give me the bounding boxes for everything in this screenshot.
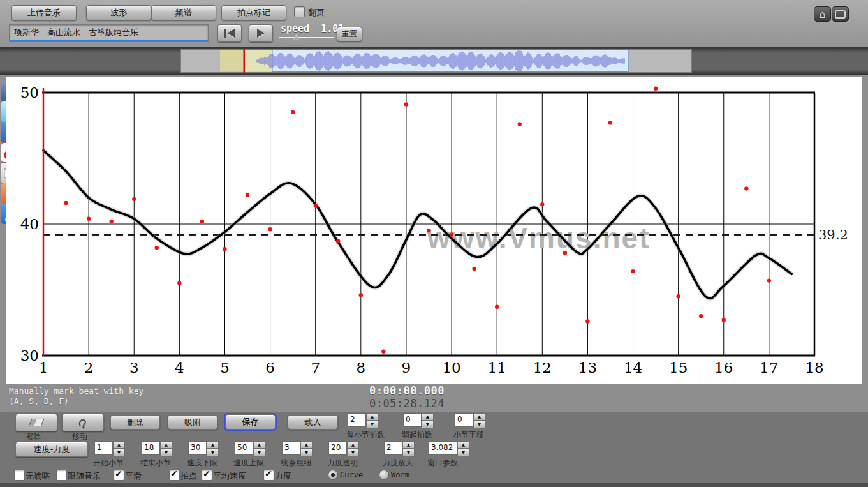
follow-music-checkbox[interactable]	[56, 470, 67, 481]
window-param-input[interactable]: 3.082	[429, 441, 457, 455]
tempo-max-label: 速度上限	[233, 458, 264, 468]
spinner-down-icon[interactable]	[402, 449, 415, 456]
delete-button[interactable]: 删除	[110, 415, 160, 430]
fullscreen-button[interactable]	[832, 6, 849, 22]
bottom-edge	[0, 483, 868, 487]
waveform-overview[interactable]	[180, 49, 692, 73]
spinner-down-icon[interactable]	[113, 449, 125, 456]
spinner-up-icon[interactable]	[422, 413, 434, 421]
beat-mark-button[interactable]: 拍点标记	[221, 5, 286, 20]
average-tempo-label: 平均速度	[213, 470, 246, 482]
wave-overview-band	[0, 47, 868, 75]
svg-text:14: 14	[624, 359, 642, 376]
snap-button[interactable]: 吸附	[168, 415, 217, 430]
move-curve-icon	[77, 416, 89, 429]
smooth-checkbox[interactable]	[114, 470, 124, 481]
worm-radio[interactable]	[379, 470, 389, 480]
pageturn-checkbox[interactable]	[294, 6, 305, 17]
spinner-down-icon[interactable]	[253, 449, 265, 456]
dyn-zoom-label: 力度放大	[383, 458, 413, 468]
track-title-text: 项斯华 - 高山流水 - 古筝版纯音乐	[14, 27, 138, 38]
spinner-down-icon[interactable]	[422, 421, 434, 428]
spinner-up-icon[interactable]	[366, 413, 378, 421]
spinner-up-icon[interactable]	[457, 441, 469, 449]
spinner-up-icon[interactable]	[160, 441, 172, 449]
spinner-down-icon[interactable]	[207, 449, 219, 456]
status-bar: Manually mark beat with key (A, S, D, F)…	[0, 384, 868, 412]
curve-radio-label: Curve	[340, 470, 363, 479]
tempo-chart[interactable]: www.Vmus.net1234567891011121314151617183…	[6, 77, 862, 384]
save-button[interactable]: 保存	[225, 414, 276, 430]
no-click-label: 无嘀嗒	[26, 470, 50, 482]
line-width-input[interactable]: 3	[282, 441, 300, 455]
eraser-icon	[29, 419, 45, 426]
time-display: 0:00:00.000 0:05:28.124	[342, 384, 445, 410]
time-current: 0:00:00.000	[342, 384, 445, 397]
upload-music-button[interactable]: 上传音乐	[11, 5, 77, 20]
spinner-down-icon[interactable]	[160, 449, 172, 456]
waveform-button[interactable]: 波形	[86, 5, 151, 20]
svg-text:12: 12	[533, 359, 552, 376]
play-button[interactable]	[249, 24, 273, 42]
dynamics-checkbox[interactable]	[263, 470, 274, 481]
svg-text:17: 17	[760, 359, 778, 376]
svg-text:10: 10	[442, 359, 460, 376]
spinner-up-icon[interactable]	[253, 441, 265, 449]
spinner-down-icon[interactable]	[347, 449, 359, 456]
spinner-up-icon[interactable]	[207, 441, 219, 449]
end-bar-input[interactable]: 18	[142, 441, 160, 455]
spectrum-button[interactable]: 频谱	[151, 5, 216, 20]
prev-bar-icon	[224, 29, 226, 38]
spinner-up-icon[interactable]	[347, 441, 359, 449]
beats-checkbox[interactable]	[169, 470, 180, 481]
smooth-label: 平滑	[125, 470, 142, 482]
tempo-dynamics-mode-button[interactable]: 速度-力度	[15, 442, 88, 457]
dyn-zoom-input[interactable]: 2	[384, 441, 402, 455]
dyn-opacity-label: 力度透明	[327, 458, 358, 468]
time-total: 0:05:28.124	[342, 397, 445, 410]
end-bar-label: 结束小节	[140, 458, 171, 468]
erase-tool-button[interactable]	[15, 414, 57, 431]
move-tool-button[interactable]	[62, 414, 104, 431]
no-click-checkbox[interactable]	[14, 470, 25, 481]
curve-radio[interactable]	[328, 470, 338, 480]
dyn-opacity-input[interactable]: 20	[328, 441, 347, 455]
spinner-down-icon[interactable]	[366, 421, 378, 428]
home-button[interactable]: ⌂	[814, 6, 831, 22]
bar-shift-input[interactable]: 0	[455, 413, 473, 427]
speed-reset-button[interactable]: 重置	[337, 27, 362, 41]
tempo-min-input[interactable]: 30	[188, 441, 207, 455]
svg-text:18: 18	[805, 359, 823, 376]
track-title-input[interactable]: 项斯华 - 高山流水 - 古筝版纯音乐	[9, 24, 209, 42]
spinner-up-icon[interactable]	[113, 441, 125, 449]
svg-text:40: 40	[20, 216, 39, 232]
pickup-beats-input[interactable]: 0	[403, 413, 422, 427]
beats-per-bar-input[interactable]: 2	[348, 413, 366, 427]
svg-text:2: 2	[84, 359, 94, 376]
svg-text:8: 8	[357, 359, 366, 376]
spinner-down-icon[interactable]	[300, 449, 313, 456]
start-bar-input[interactable]: 1	[94, 441, 113, 455]
speed-display: speed 1.01	[281, 23, 344, 34]
speed-slider-track[interactable]	[279, 37, 334, 38]
load-button[interactable]: 载入	[288, 415, 338, 430]
spinner-down-icon[interactable]	[473, 421, 485, 428]
prev-triangle-icon	[227, 29, 235, 38]
spinner-up-icon[interactable]	[473, 413, 485, 421]
prev-button[interactable]	[217, 24, 242, 42]
svg-text:www.Vmus.net: www.Vmus.net	[427, 221, 650, 255]
tempo-max-input[interactable]: 50	[235, 441, 253, 455]
svg-text:15: 15	[669, 359, 688, 376]
move-label: 移动	[72, 431, 87, 442]
average-tempo-checkbox[interactable]	[202, 470, 212, 481]
spinner-down-icon[interactable]	[457, 449, 469, 456]
start-bar-label: 开始小节	[93, 458, 124, 468]
home-icon: ⌂	[819, 8, 825, 20]
svg-text:11: 11	[488, 359, 506, 376]
spinner-up-icon[interactable]	[402, 441, 415, 449]
beat-hint: Manually mark beat with key (A, S, D, F)	[9, 386, 143, 407]
spinner-up-icon[interactable]	[300, 441, 313, 449]
dynamics-label: 力度	[275, 470, 291, 482]
follow-music-label: 跟随音乐	[68, 470, 101, 482]
svg-text:4: 4	[175, 359, 184, 376]
